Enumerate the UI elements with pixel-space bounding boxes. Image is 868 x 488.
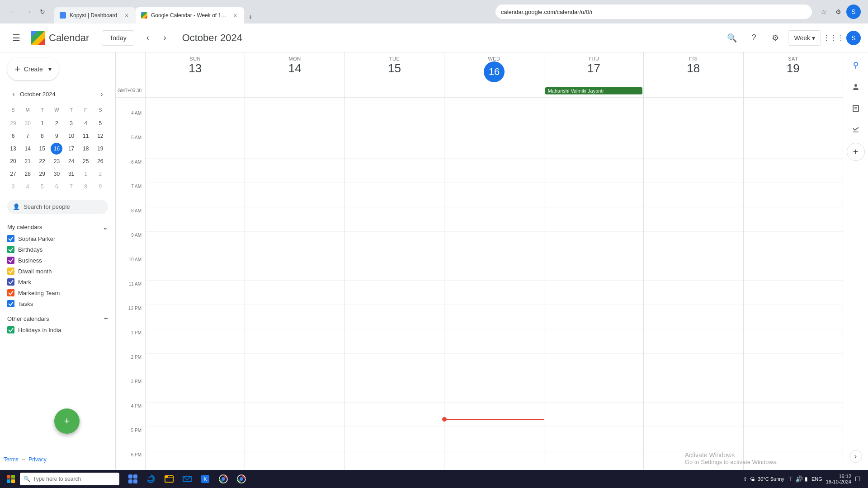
mini-day[interactable]: 6 [7,130,19,142]
mini-day[interactable]: 23 [51,155,62,167]
terms-link[interactable]: Terms [4,456,19,463]
start-button[interactable] [4,472,18,486]
mini-day[interactable]: 30 [22,117,33,129]
taskbar-notification-icon[interactable]: ☐ [855,475,861,483]
time-col-thu[interactable] [544,98,643,470]
time-col-sat[interactable] [743,98,843,470]
mini-day[interactable]: 8 [80,181,92,192]
time-col-fri[interactable] [643,98,743,470]
right-panel-keep-icon[interactable] [847,99,865,117]
mini-day[interactable]: 4 [80,117,92,129]
mini-day[interactable]: 15 [36,143,48,155]
calendar-item-sophia[interactable]: Sophia Parker [7,233,108,244]
mini-cal-prev[interactable]: ‹ [7,88,20,100]
business-checkbox[interactable] [7,257,14,264]
mini-day[interactable]: 3 [66,117,77,129]
settings-button[interactable]: ⚙ [766,29,784,47]
mini-day[interactable]: 22 [36,155,48,167]
mini-day[interactable]: 2 [51,117,62,129]
taskbar-app-chrome1[interactable] [215,471,231,487]
mini-day[interactable]: 20 [7,155,19,167]
right-panel-contacts-icon[interactable] [847,78,865,96]
prev-week-button[interactable]: ‹ [140,30,156,46]
calendar-item-tasks[interactable]: Tasks [7,298,108,309]
bookmark-button[interactable]: ☆ [817,5,830,18]
allday-col-mon[interactable] [245,86,344,97]
mini-day[interactable]: 4 [22,181,33,192]
time-col-wed[interactable] [444,98,543,470]
allday-col-fri[interactable] [643,86,743,97]
user-avatar[interactable]: S [846,31,861,45]
holidays-checkbox[interactable] [7,326,14,333]
mini-day[interactable]: 30 [51,168,62,180]
allday-col-sat[interactable] [743,86,843,97]
refresh-button[interactable]: ↻ [36,5,49,18]
my-calendars-header[interactable]: My calendars ⌄ [7,221,108,233]
mini-day[interactable]: 10 [66,130,77,142]
mini-day[interactable]: 7 [66,181,77,192]
view-selector[interactable]: Week ▾ [788,30,821,46]
right-panel-tasks-icon[interactable] [847,121,865,139]
mini-day[interactable]: 5 [94,117,106,129]
allday-col-wed[interactable] [444,86,543,97]
apps-button[interactable]: ⋮⋮⋮ [825,29,843,47]
browser-avatar[interactable]: S [846,5,861,19]
taskbar-app-chrome2[interactable] [233,471,250,487]
diwali-checkbox[interactable] [7,267,14,275]
search-button[interactable]: 🔍 [723,29,741,47]
time-col-sun[interactable] [145,98,245,470]
taskbar-app-widgets[interactable] [125,471,141,487]
tab-gcal[interactable]: Google Calendar - Week of 13... ✕ [136,7,244,23]
today-button[interactable]: Today [102,30,134,46]
mini-day[interactable]: 27 [7,168,19,180]
new-tab-button[interactable]: + [244,11,257,23]
taskbar-app-edge[interactable] [143,471,159,487]
time-col-tue[interactable] [344,98,444,470]
taskbar-clock[interactable]: 16:12 16-10-2024 [826,474,851,484]
other-calendars-header[interactable]: Other calendars + [7,313,108,324]
calendar-item-diwali[interactable]: Diwali month [7,266,108,277]
help-button[interactable]: ? [745,29,763,47]
mini-day[interactable]: 7 [22,130,33,142]
tasks-checkbox[interactable] [7,300,14,307]
extensions-button[interactable]: ⚙ [832,5,844,18]
allday-col-sun[interactable] [145,86,245,97]
mini-day-today[interactable]: 16 [51,143,62,155]
gcal-tab-close[interactable]: ✕ [231,12,239,19]
day-header-wed[interactable]: WED 16 [444,52,543,86]
right-panel-add-button[interactable]: + [847,143,865,161]
create-button[interactable]: + Create ▾ [7,58,59,80]
mini-day[interactable]: 6 [51,181,62,192]
allday-col-tue[interactable] [344,86,444,97]
mini-day[interactable]: 18 [80,143,92,155]
mini-day[interactable]: 21 [22,155,33,167]
allday-col-thu[interactable]: Maharishi Valmiki Jayanti [544,86,643,97]
taskbar-app-kopyst[interactable]: K [197,471,213,487]
calendar-item-holidays[interactable]: Holidays in India [7,324,108,335]
maharishi-event[interactable]: Maharishi Valmiki Jayanti [545,87,642,94]
right-panel-expand-icon[interactable]: › [849,450,862,463]
right-panel-maps-icon[interactable] [847,56,865,74]
mini-day[interactable]: 31 [66,168,77,180]
next-week-button[interactable]: › [157,30,173,46]
mini-day[interactable]: 1 [36,117,48,129]
sophia-checkbox[interactable] [7,235,14,242]
calendar-item-mark[interactable]: Mark [7,277,108,287]
calendar-item-birthdays[interactable]: Birthdays [7,244,108,255]
tab-kopyst[interactable]: Kopyst | Dashboard ✕ [54,7,136,23]
mini-day[interactable]: 13 [7,143,19,155]
time-col-mon[interactable] [245,98,344,470]
forward-button[interactable]: → [22,5,34,18]
mini-day[interactable]: 1 [80,168,92,180]
privacy-link[interactable]: Privacy [28,456,46,463]
calendar-item-marketing[interactable]: Marketing Team [7,287,108,298]
taskbar-speaker-icon[interactable]: 🔊 [795,475,803,483]
mini-day[interactable]: 9 [51,130,62,142]
mini-day[interactable]: 19 [94,143,106,155]
taskbar-app-explorer[interactable] [161,471,177,487]
taskbar-network-icon[interactable]: ⊤ [788,475,793,483]
mini-day[interactable]: 3 [7,181,19,192]
mini-day[interactable]: 5 [36,181,48,192]
mini-day[interactable]: 26 [94,155,106,167]
mini-day[interactable]: 9 [94,181,106,192]
